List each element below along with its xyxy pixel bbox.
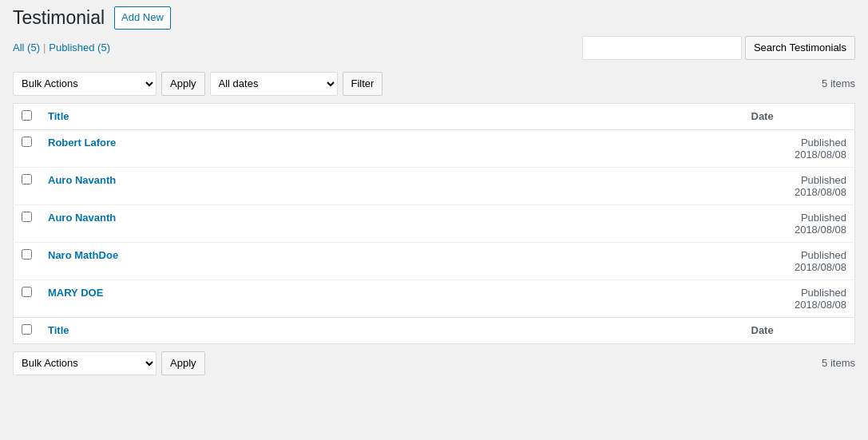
testimonials-table: Title Date Robert Lafore Published 2018/… xyxy=(13,103,855,344)
row-title-cell: Auro Navanth xyxy=(40,204,743,242)
row-date-3: 2018/08/08 xyxy=(795,261,846,273)
row-date-1: 2018/08/08 xyxy=(795,186,846,198)
filter-all-link[interactable]: All (5) xyxy=(13,42,40,54)
subsubsub-nav: All (5) | Published (5) xyxy=(13,42,110,54)
tablenav-left-top: Bulk Actions Edit Move to Trash Apply Al… xyxy=(13,72,382,96)
row-status-0: Published xyxy=(801,137,846,149)
row-checkbox-cell xyxy=(14,167,41,204)
table-body: Robert Lafore Published 2018/08/08 Auro … xyxy=(14,129,855,317)
apply-button-top[interactable]: Apply xyxy=(161,72,205,96)
tfoot-title: Title xyxy=(40,317,743,343)
row-title-link-1[interactable]: Auro Navanth xyxy=(48,174,116,186)
filter-published-link[interactable]: Published (5) xyxy=(49,42,110,54)
add-new-button[interactable]: Add New xyxy=(114,6,171,30)
row-title-cell: Robert Lafore xyxy=(40,129,743,167)
table-row: Naro MathDoe Published 2018/08/08 xyxy=(14,242,855,279)
th-title: Title xyxy=(40,103,743,129)
row-status-4: Published xyxy=(801,287,846,299)
row-date-cell: Published 2018/08/08 xyxy=(743,279,855,317)
tablenav-top: Bulk Actions Edit Move to Trash Apply Al… xyxy=(13,69,855,98)
tfoot-checkbox xyxy=(14,317,41,343)
separator: | xyxy=(43,42,46,54)
tablenav-right-bottom: 5 items xyxy=(822,357,855,369)
row-checkbox-3[interactable] xyxy=(22,249,32,260)
row-checkbox-1[interactable] xyxy=(22,174,32,184)
row-checkbox-2[interactable] xyxy=(22,212,32,222)
table-header-row: Title Date xyxy=(14,103,855,129)
row-title-cell: Auro Navanth xyxy=(40,167,743,204)
table-row: MARY DOE Published 2018/08/08 xyxy=(14,279,855,317)
table-row: Auro Navanth Published 2018/08/08 xyxy=(14,167,855,204)
row-date-cell: Published 2018/08/08 xyxy=(743,167,855,204)
row-title-cell: MARY DOE xyxy=(40,279,743,317)
row-checkbox-4[interactable] xyxy=(22,287,32,297)
row-title-link-4[interactable]: MARY DOE xyxy=(48,287,103,299)
bulk-actions-select-top[interactable]: Bulk Actions Edit Move to Trash xyxy=(13,72,157,96)
apply-button-bottom[interactable]: Apply xyxy=(161,351,205,375)
search-box: Search Testimonials xyxy=(582,36,855,60)
row-checkbox-cell xyxy=(14,279,41,317)
row-checkbox-cell xyxy=(14,129,41,167)
row-date-cell: Published 2018/08/08 xyxy=(743,242,855,279)
tablenav-left-bottom: Bulk Actions Edit Move to Trash Apply xyxy=(13,351,205,375)
row-date-cell: Published 2018/08/08 xyxy=(743,129,855,167)
row-date-4: 2018/08/08 xyxy=(795,299,846,311)
row-title-link-3[interactable]: Naro MathDoe xyxy=(48,249,118,261)
bulk-actions-select-bottom[interactable]: Bulk Actions Edit Move to Trash xyxy=(13,351,157,375)
row-checkbox-cell xyxy=(14,242,41,279)
search-testimonials-button[interactable]: Search Testimonials xyxy=(745,36,855,60)
dates-select-top[interactable]: All dates xyxy=(210,72,338,96)
title-sort-link-footer[interactable]: Title xyxy=(48,324,69,336)
table-row: Auro Navanth Published 2018/08/08 xyxy=(14,204,855,242)
tfoot-date: Date xyxy=(743,317,855,343)
row-checkbox-cell xyxy=(14,204,41,242)
row-checkbox-0[interactable] xyxy=(22,137,32,147)
select-all-checkbox-top[interactable] xyxy=(22,110,32,121)
table-row: Robert Lafore Published 2018/08/08 xyxy=(14,129,855,167)
items-count-bottom: 5 items xyxy=(822,357,855,369)
title-sort-link[interactable]: Title xyxy=(48,110,69,122)
row-date-2: 2018/08/08 xyxy=(795,224,846,236)
row-title-link-2[interactable]: Auro Navanth xyxy=(48,212,116,224)
row-title-cell: Naro MathDoe xyxy=(40,242,743,279)
row-status-3: Published xyxy=(801,249,846,261)
row-status-2: Published xyxy=(801,212,846,224)
items-count-top: 5 items xyxy=(822,77,855,89)
table-footer-row: Title Date xyxy=(14,317,855,343)
row-date-0: 2018/08/08 xyxy=(795,149,846,161)
row-title-link-0[interactable]: Robert Lafore xyxy=(48,137,116,149)
tablenav-right-top: 5 items xyxy=(822,77,855,89)
th-checkbox xyxy=(14,103,41,129)
filter-button-top[interactable]: Filter xyxy=(343,72,383,96)
select-all-checkbox-bottom[interactable] xyxy=(22,324,32,335)
row-date-cell: Published 2018/08/08 xyxy=(743,204,855,242)
page-title: Testimonial xyxy=(13,7,105,29)
search-input[interactable] xyxy=(582,36,742,60)
th-date: Date xyxy=(743,103,855,129)
row-status-1: Published xyxy=(801,174,846,186)
tablenav-bottom: Bulk Actions Edit Move to Trash Apply 5 … xyxy=(13,349,855,378)
